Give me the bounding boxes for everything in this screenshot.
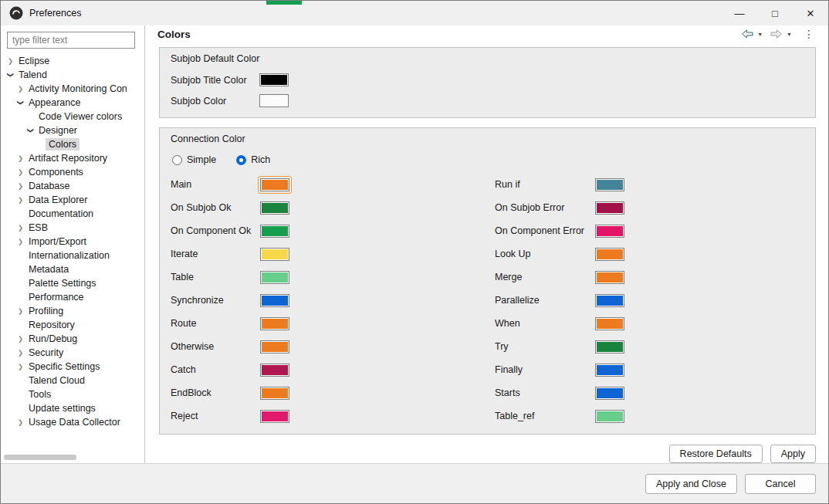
color-swatch-otherwise[interactable] [258,338,292,356]
tree-item-components[interactable]: ❯Components [1,165,144,179]
color-swatch-subjob-color[interactable] [257,92,291,110]
color-row: On Subjob Ok [171,196,495,219]
chevron-collapsed-icon[interactable]: ❯ [15,196,25,204]
minimize-icon[interactable]: — [722,1,757,25]
radio-selected-icon[interactable] [236,155,246,165]
color-swatch-subjob-title-color[interactable] [257,71,291,89]
chevron-collapsed-icon[interactable]: ❯ [15,154,25,162]
tree-item-database[interactable]: ❯Database [1,179,144,193]
color-label: Otherwise [171,341,258,352]
titlebar[interactable]: Preferences — □ ✕ [1,1,828,25]
tree-item-talend-cloud[interactable]: Talend Cloud [1,374,144,387]
tree-item-repository[interactable]: Repository [1,318,144,332]
apply-and-close-button[interactable]: Apply and Close [645,474,737,494]
swatch [260,248,289,261]
color-swatch-endblock[interactable] [258,384,292,402]
horizontal-scrollbar-thumb[interactable] [4,455,76,460]
chevron-collapsed-icon[interactable]: ❯ [15,363,25,370]
color-swatch-on-subjob-error[interactable] [593,199,627,217]
chevron-expanded-icon[interactable]: ❯ [7,70,15,80]
view-menu-icon[interactable]: ⋮ [801,28,816,40]
color-swatch-finally[interactable] [593,361,627,379]
color-swatch-when[interactable] [593,315,627,333]
chevron-expanded-icon[interactable]: ❯ [27,126,35,136]
swatch [260,201,289,215]
tree-item-designer[interactable]: ❯Designer [1,123,144,137]
close-icon[interactable]: ✕ [793,1,828,25]
tree-item-esb[interactable]: ❯ESB [1,221,144,235]
color-swatch-table[interactable] [258,269,292,286]
chevron-expanded-icon[interactable]: ❯ [17,98,25,108]
chevron-collapsed-icon[interactable]: ❯ [15,182,25,190]
chevron-collapsed-icon[interactable]: ❯ [15,418,25,426]
color-row: Look Up [495,242,804,266]
apply-button[interactable]: Apply [770,445,816,463]
color-swatch-look-up[interactable] [593,245,627,263]
forward-history-dropdown-icon[interactable]: ▼ [785,29,793,39]
tree-item-update-settings[interactable]: Update settings [1,401,144,415]
tree-item-tools[interactable]: Tools [1,387,144,401]
tree-item-label: Run/Debug [25,333,80,345]
swatch [260,387,289,400]
tree-item-colors[interactable]: Colors [1,137,144,151]
filter-input[interactable] [7,32,135,49]
tree-item-profiling[interactable]: ❯Profiling [1,304,144,318]
color-swatch-table-ref[interactable] [593,408,627,425]
cancel-button[interactable]: Cancel [745,474,816,494]
color-swatch-on-subjob-ok[interactable] [258,199,292,217]
color-swatch-route[interactable] [258,315,292,333]
radio-unselected-icon[interactable] [172,155,182,165]
tree-item-palette-settings[interactable]: Palette Settings [1,276,144,290]
chevron-collapsed-icon[interactable]: ❯ [15,168,25,176]
color-swatch-reject[interactable] [258,408,292,425]
color-swatch-synchronize[interactable] [258,292,292,310]
color-swatch-on-component-error[interactable] [593,222,627,240]
tree-item-import-export[interactable]: ❯Import/Export [1,235,144,249]
color-swatch-on-component-ok[interactable] [258,222,292,240]
restore-defaults-button[interactable]: Restore Defaults [669,445,763,463]
color-row: On Component Ok [171,219,495,242]
tree-item-data-explorer[interactable]: ❯Data Explorer [1,193,144,207]
tree-item-internationalization[interactable]: Internationalization [1,249,144,262]
chevron-collapsed-icon[interactable]: ❯ [5,57,15,65]
tree-item-specific-settings[interactable]: ❯Specific Settings [1,360,144,374]
tree-item-code-viewer-colors[interactable]: Code Viewer colors [1,110,144,123]
color-swatch-iterate[interactable] [258,245,292,263]
chevron-collapsed-icon[interactable]: ❯ [15,85,25,93]
maximize-icon[interactable]: □ [757,1,793,25]
color-column-right: Run ifOn Subjob ErrorOn Component ErrorL… [495,173,804,428]
forward-button[interactable] [769,27,784,41]
color-row: On Component Error [495,219,804,242]
color-swatch-run-if[interactable] [593,176,627,194]
color-label: Subjob Title Color [171,75,257,86]
tree-item-metadata[interactable]: Metadata [1,262,144,276]
back-button[interactable] [739,27,755,41]
tree-item-performance[interactable]: Performance [1,290,144,304]
color-swatch-merge[interactable] [593,269,627,286]
chevron-collapsed-icon[interactable]: ❯ [15,238,25,245]
color-swatch-starts[interactable] [593,384,627,402]
color-row: On Subjob Error [495,196,804,219]
color-swatch-try[interactable] [593,338,627,356]
radio-simple[interactable]: Simple [172,154,216,165]
tree-item-security[interactable]: ❯Security [1,346,144,360]
color-swatch-catch[interactable] [258,361,292,379]
tree-item-run-debug[interactable]: ❯Run/Debug [1,332,144,346]
chevron-collapsed-icon[interactable]: ❯ [15,335,25,343]
color-swatch-main[interactable] [258,176,292,194]
tree-item-documentation[interactable]: Documentation [1,207,144,221]
back-history-dropdown-icon[interactable]: ▼ [756,29,764,39]
chevron-collapsed-icon[interactable]: ❯ [15,307,25,315]
chevron-collapsed-icon[interactable]: ❯ [15,224,25,232]
tree-item-activity-monitoring-con[interactable]: ❯Activity Monitoring Con [1,82,144,96]
radio-rich[interactable]: Rich [236,154,270,165]
tree-item-talend[interactable]: ❯Talend [1,68,144,82]
tree-item-artifact-repository[interactable]: ❯Artifact Repository [1,151,144,165]
tree-item-appearance[interactable]: ❯Appearance [1,96,144,110]
tree-item-eclipse[interactable]: ❯Eclipse [1,54,144,68]
color-swatch-parallelize[interactable] [593,292,627,310]
chevron-collapsed-icon[interactable]: ❯ [15,349,25,357]
tree-item-usage-data-collector[interactable]: ❯Usage Data Collector [1,415,144,429]
color-label: On Subjob Ok [171,202,258,213]
swatch [259,73,289,86]
